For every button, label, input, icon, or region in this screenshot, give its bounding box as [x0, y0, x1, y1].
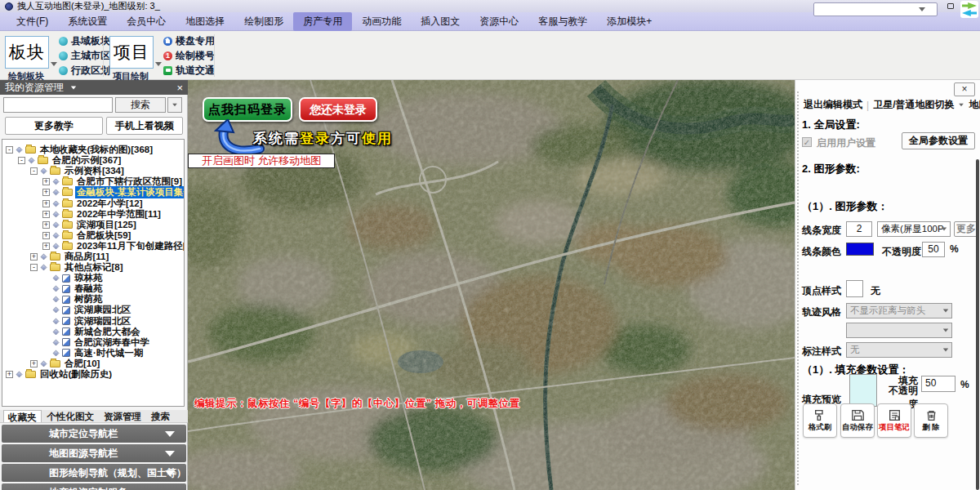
tree-item[interactable]: 高速·时代城一期 — [2, 348, 184, 359]
delete-button[interactable]: 删 除 — [914, 403, 948, 438]
menu-item[interactable]: 插入图文 — [411, 12, 470, 31]
block-dropdown-icon[interactable] — [51, 62, 57, 66]
expander-icon[interactable]: - — [6, 146, 13, 154]
sidebar-tab[interactable]: 搜索 — [147, 410, 174, 422]
menu-item[interactable]: 系统设置 — [58, 12, 117, 31]
menu-item[interactable]: 会员中心 — [117, 12, 176, 31]
block-big-button[interactable]: 板块 — [5, 36, 49, 69]
tree-item[interactable]: - 合肥的示例[367] — [2, 155, 184, 166]
search-button[interactable]: 搜索 — [115, 97, 166, 113]
tree-item[interactable]: - 本地收藏夹(我标的图)[368] — [2, 145, 184, 155]
tree-item[interactable]: + 合肥板块[59] — [2, 230, 184, 241]
map-making-button[interactable]: 地图制图 — [969, 98, 980, 112]
expander-icon[interactable]: + — [42, 221, 50, 229]
search-options-dropdown[interactable] — [167, 97, 182, 113]
menu-item[interactable]: 客服与教学 — [528, 12, 597, 31]
tree-item[interactable]: + 2022年中学范围[11] — [2, 209, 184, 220]
menu-item[interactable]: 绘制图形 — [234, 12, 293, 31]
collapsed-panel[interactable]: 地图图源导航栏 — [2, 444, 186, 462]
menubar-combobox[interactable] — [813, 2, 938, 16]
tree-item[interactable]: + 合肥市下辖行政区范围[9] — [2, 176, 184, 187]
maximize-button[interactable] — [944, 1, 957, 11]
close-icon[interactable]: × — [176, 82, 183, 94]
expander-icon[interactable] — [42, 306, 50, 314]
search-input[interactable] — [3, 97, 113, 113]
line-opacity-input[interactable]: 50 — [922, 242, 945, 257]
close-icon[interactable]: × — [954, 82, 975, 96]
project-big-button[interactable]: 项目 — [109, 36, 154, 69]
panel-scrollbar[interactable] — [976, 159, 979, 490]
project-dropdown-icon[interactable] — [155, 62, 162, 66]
expander-icon[interactable] — [42, 350, 50, 357]
expander-icon[interactable]: + — [42, 189, 50, 196]
tree-item[interactable]: 滨湖康园北区 — [2, 305, 184, 315]
tree-item[interactable]: 树荫苑 — [2, 294, 184, 305]
chevron-down-icon[interactable] — [71, 86, 76, 89]
tree-item[interactable]: 琼林苑 — [2, 273, 184, 283]
expander-icon[interactable] — [42, 285, 50, 292]
expander-icon[interactable] — [42, 328, 50, 336]
mark-style-select[interactable]: 无 — [846, 342, 952, 358]
tree-item[interactable]: + 商品房[11] — [2, 252, 184, 262]
satellite-map[interactable]: 点我扫码登录 您还未登录 系统需登录方可使用 开启画图时 允许移动地图 编辑提示… — [188, 80, 795, 490]
menu-item[interactable]: 资源中心 — [470, 12, 528, 31]
expander-icon[interactable] — [42, 274, 50, 282]
auto-save-button[interactable]: 自动保存 — [840, 403, 875, 438]
expander-icon[interactable]: + — [30, 360, 38, 368]
expander-icon[interactable]: + — [6, 371, 13, 378]
line-color-swatch[interactable] — [846, 243, 874, 256]
tree-item[interactable]: 新城合肥大都会 — [2, 327, 184, 337]
tree-item[interactable]: + 合肥[10] — [2, 359, 184, 369]
ribbon-item[interactable]: 轨道交通 — [163, 65, 215, 77]
global-params-button[interactable]: 全局参数设置 — [902, 132, 975, 149]
collapsed-panel[interactable]: 城市定位导航栏 — [2, 425, 186, 443]
sidebar-tab[interactable]: 个性化图文 — [43, 410, 99, 422]
resource-tree[interactable]: - 本地收藏夹(我标的图)[368] - 合肥的示例[367] — [2, 139, 185, 407]
scan-login-button[interactable]: 点我扫码登录 — [203, 97, 292, 122]
expander-icon[interactable] — [42, 318, 50, 325]
not-logged-button[interactable]: 您还未登录 — [299, 97, 377, 122]
expander-icon[interactable] — [42, 296, 50, 303]
track-style-select[interactable]: 不显示距离与箭头 — [846, 303, 952, 318]
project-notes-button[interactable]: 项目笔记 — [877, 403, 911, 438]
fill-preview-swatch[interactable] — [849, 374, 877, 407]
tree-item[interactable]: + 金融板块-某某计谈项目集合[10 — [2, 187, 184, 198]
more-teaching-button[interactable]: 更多教学 — [5, 117, 103, 135]
expander-icon[interactable]: - — [30, 264, 38, 271]
line-width-input[interactable]: 2 — [846, 221, 872, 237]
menu-item[interactable]: 文件(F) — [7, 12, 58, 31]
ribbon-item[interactable]: 绘制楼号 — [163, 50, 215, 62]
expander-icon[interactable] — [42, 339, 50, 346]
map-switch-button[interactable]: 卫星/普通地图切换 — [873, 98, 954, 112]
tree-item[interactable]: + 滨湖项目[125] — [2, 220, 184, 230]
expander-icon[interactable]: + — [42, 232, 50, 239]
vertex-style-box[interactable] — [846, 280, 863, 297]
phone-video-button[interactable]: 手机上看视频 — [106, 117, 183, 135]
expander-icon[interactable]: - — [18, 157, 25, 164]
sidebar-tab[interactable]: 资源管理 — [100, 410, 145, 422]
exit-edit-mode-button[interactable]: 退出编辑模式 — [804, 98, 862, 112]
expander-icon[interactable]: + — [42, 178, 50, 185]
menu-item[interactable]: 动画功能 — [352, 12, 411, 31]
chevron-down-icon[interactable] — [960, 104, 964, 107]
format-painter-button[interactable]: 格式刷 — [803, 403, 837, 438]
tree-item[interactable]: 合肥滨湖寿春中学 — [2, 337, 184, 348]
expander-icon[interactable]: + — [30, 253, 38, 261]
menu-item[interactable]: 地图选择 — [176, 12, 234, 31]
tree-item[interactable]: + 2023年11月下旬创建路径[2] — [2, 241, 184, 252]
ribbon-item[interactable]: 楼盘专用 — [163, 35, 215, 47]
expander-icon[interactable]: - — [30, 167, 38, 175]
tree-item[interactable]: 滨湖瑞园北区 — [2, 316, 184, 327]
expander-icon[interactable]: + — [42, 243, 50, 250]
expander-icon[interactable]: + — [42, 211, 50, 218]
menu-item[interactable]: 添加模块+ — [597, 12, 662, 31]
collapsed-panel[interactable]: 图形绘制导航（规划、国土等） — [2, 464, 186, 482]
sidebar-tab[interactable]: 收藏夹 — [3, 410, 42, 422]
tree-item[interactable]: - 示例资料[334] — [2, 166, 184, 176]
tree-item[interactable]: + 2022年小学[12] — [2, 198, 184, 208]
checkbox-checked-icon[interactable] — [802, 137, 812, 147]
expander-icon[interactable]: + — [42, 200, 50, 207]
track-style-select-2[interactable] — [846, 323, 952, 338]
menu-item[interactable]: 房产专用 — [293, 12, 352, 31]
tree-item[interactable]: 春融苑 — [2, 283, 184, 294]
